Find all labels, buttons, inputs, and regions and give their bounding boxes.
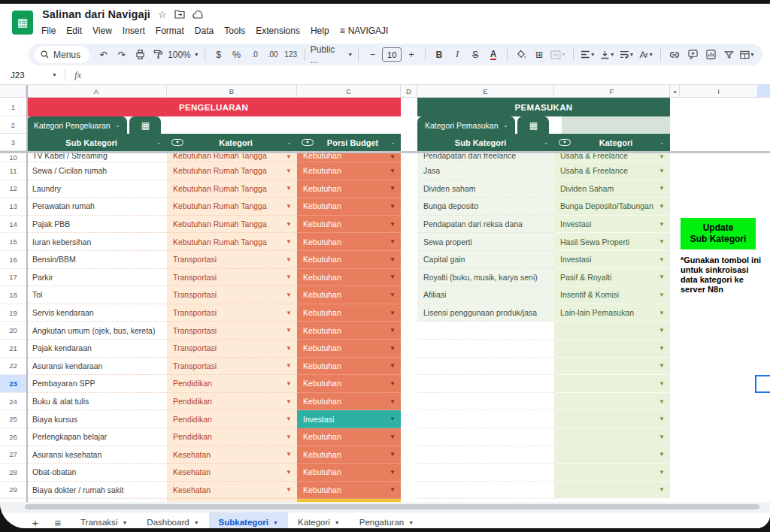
dropdown-arrow-icon[interactable]: ▼ xyxy=(390,274,401,280)
merge-cells-button[interactable]: ▼ xyxy=(549,47,568,63)
pengeluaran-row-23[interactable]: Pembayaran SPPPendidikan▼Kebutuhan▼ xyxy=(26,375,401,393)
kategori-dropdown-cell[interactable]: Pendidikan▼ xyxy=(167,410,297,428)
dropdown-arrow-icon[interactable]: ▼ xyxy=(390,398,401,405)
sub-kategori-cell[interactable]: Asuransi kesehatan xyxy=(26,446,167,464)
row-numbers[interactable]: 1011121314151617181920212223242526272829 xyxy=(0,153,26,499)
dropdown-arrow-icon[interactable]: ▼ xyxy=(659,310,670,316)
sub-kategori-cell[interactable]: Perlengkapan belajar xyxy=(26,428,167,446)
porsi-budget-dropdown-cell[interactable]: Kebutuhan▼ xyxy=(297,216,401,234)
select-all-corner[interactable] xyxy=(0,85,26,97)
pengeluaran-row-10[interactable]: TV Kabel / StreamingKebutuhan Rumah Tang… xyxy=(26,153,401,162)
filter-chip-icon[interactable] xyxy=(171,139,183,146)
sub-kategori-cell[interactable]: Tol xyxy=(26,286,167,304)
porsi-budget-dropdown-cell[interactable]: Kebutuhan▼ xyxy=(297,358,401,376)
dropdown-arrow-icon[interactable]: ▼ xyxy=(286,416,297,422)
menu-tools[interactable]: Tools xyxy=(219,23,250,38)
kategori-dropdown-cell[interactable]: Pendidikan▼ xyxy=(167,393,297,411)
porsi-budget-dropdown-cell[interactable]: Kebutuhan▼ xyxy=(297,393,401,411)
dropdown-arrow-icon[interactable]: ▼ xyxy=(390,380,401,387)
sheet-tab-subkategori[interactable]: Subkategori▼ xyxy=(209,512,288,529)
sub-kategori-cell[interactable]: Perawatan rumah xyxy=(26,198,167,216)
dropdown-arrow-icon[interactable]: ▼ xyxy=(659,168,670,174)
menu-edit[interactable]: Edit xyxy=(61,23,87,38)
kategori-dropdown-cell[interactable]: Usaha & Freelance▼ xyxy=(554,153,670,162)
kategori-dropdown-cell[interactable]: Transportasi▼ xyxy=(167,286,297,304)
kategori-dropdown-cell[interactable]: Investasi▼ xyxy=(554,251,670,269)
column-headers[interactable]: A B C D E F ◂▸ I xyxy=(0,85,770,98)
kategori-dropdown-cell[interactable]: Kebutuhan Rumah Tangga▼ xyxy=(167,180,297,198)
dropdown-arrow-icon[interactable]: ▼ xyxy=(659,185,670,192)
pemasukan-row-12[interactable]: Dividen sahamDividen Saham▼ xyxy=(417,180,670,198)
col-header-C[interactable]: C xyxy=(297,85,401,97)
dropdown-arrow-icon[interactable]: ▼ xyxy=(390,292,401,298)
pemasukan-row-13[interactable]: Bunga depositoBunga Deposito/Tabungan▼ xyxy=(417,198,670,216)
dropdown-arrow-icon[interactable]: ▼ xyxy=(286,469,297,476)
cloud-status-icon[interactable] xyxy=(192,11,204,19)
row-header-22[interactable]: 22 xyxy=(0,358,26,376)
menu-help[interactable]: Help xyxy=(305,23,335,38)
strikethrough-button[interactable]: S xyxy=(467,47,484,63)
dropdown-arrow-icon[interactable]: ▼ xyxy=(659,380,670,387)
dropdown-arrow-icon[interactable]: ▼ xyxy=(659,221,670,228)
pengeluaran-row-20[interactable]: Angkutan umum (ojek, bus, kereta)Transpo… xyxy=(26,322,401,340)
dropdown-arrow-icon[interactable]: ▼ xyxy=(286,168,297,174)
sub-kategori-cell[interactable]: Asuransi kendaraan xyxy=(26,358,167,376)
porsi-budget-dropdown-cell[interactable]: Kebutuhan▼ xyxy=(297,375,401,393)
sub-kategori-cell[interactable] xyxy=(417,393,554,411)
sheets-logo-icon[interactable]: ▦ xyxy=(12,11,33,35)
sub-kategori-cell[interactable] xyxy=(417,464,554,482)
menu-insert[interactable]: Insert xyxy=(117,23,150,38)
increase-font-button[interactable]: + xyxy=(403,47,420,63)
row-header-13[interactable]: 13 xyxy=(0,198,26,216)
pemasukan-row-15[interactable]: Sewa propertiHasil Sewa Properti▼ xyxy=(417,233,670,251)
kategori-pemasukan-dropdown[interactable]: Kategori Pemasukan⌄ xyxy=(417,116,515,134)
sub-kategori-cell[interactable]: Biaya kursus xyxy=(26,410,167,428)
pengeluaran-row-15[interactable]: Iuran kebersihanKebutuhan Rumah Tangga▼K… xyxy=(26,233,401,251)
dropdown-arrow-icon[interactable]: ▼ xyxy=(659,153,670,160)
col-header-J-partial[interactable] xyxy=(758,85,770,97)
redo-button[interactable]: ↷ xyxy=(114,47,130,63)
pengeluaran-table-body[interactable]: TV Kabel / StreamingKebutuhan Rumah Tang… xyxy=(26,153,401,502)
sub-kategori-cell[interactable] xyxy=(417,358,554,376)
zoom-control[interactable]: 100%▼ xyxy=(168,50,199,60)
porsi-budget-dropdown-cell[interactable]: Kebutuhan▼ xyxy=(297,162,401,180)
pengeluaran-row-26[interactable]: Perlengkapan belajarPendidikan▼Kebutuhan… xyxy=(26,428,401,446)
dropdown-arrow-icon[interactable]: ▼ xyxy=(659,327,670,334)
pengeluaran-row-14[interactable]: Pajak PBBKebutuhan Rumah Tangga▼Kebutuha… xyxy=(26,216,401,234)
pemasukan-table-header[interactable]: Sub Kategori⌄ Kategori⌄ xyxy=(417,134,670,151)
dropdown-arrow-icon[interactable]: ▼ xyxy=(286,345,297,352)
kategori-dropdown-cell[interactable]: Transportasi▼ xyxy=(167,251,297,269)
pemasukan-row-20[interactable]: ▼ xyxy=(417,322,670,340)
pemasukan-row-23[interactable]: ▼ xyxy=(417,375,670,393)
kategori-dropdown-cell[interactable]: ▼ xyxy=(554,322,670,340)
dropdown-arrow-icon[interactable]: ▼ xyxy=(286,203,297,210)
row-header-14[interactable]: 14 xyxy=(0,216,26,234)
pemasukan-row-29[interactable]: ▼ xyxy=(417,482,670,500)
row-header-1[interactable]: 1 xyxy=(0,98,26,116)
pengeluaran-row-25[interactable]: Biaya kursusPendidikan▼Investasi▼ xyxy=(26,410,401,428)
hidden-columns-indicator[interactable]: ◂▸ xyxy=(670,85,680,97)
row-header-15[interactable]: 15 xyxy=(0,233,26,251)
col-header-I[interactable]: I xyxy=(680,85,758,97)
row-header-25[interactable]: 25 xyxy=(0,410,26,428)
dropdown-arrow-icon[interactable]: ▼ xyxy=(286,274,297,280)
row-header-3[interactable]: 3 xyxy=(0,134,26,151)
text-color-button[interactable]: A xyxy=(485,47,502,63)
row-header-28[interactable]: 28 xyxy=(0,464,26,482)
filter-chip-icon[interactable] xyxy=(559,139,571,146)
sub-kategori-cell[interactable]: Pendapatan dari reksa dana xyxy=(417,216,554,234)
row-header-2[interactable]: 2 xyxy=(0,116,26,134)
decrease-decimals-button[interactable]: .0 xyxy=(247,47,263,63)
dropdown-arrow-icon[interactable]: ▼ xyxy=(390,203,401,210)
sub-kategori-cell[interactable]: Iuran kebersihan xyxy=(26,233,167,251)
dropdown-arrow-icon[interactable]: ▼ xyxy=(390,168,401,174)
porsi-budget-dropdown-cell[interactable]: Kebutuhan▼ xyxy=(297,233,401,251)
pengeluaran-row-12[interactable]: LaundryKebutuhan Rumah Tangga▼Kebutuhan▼ xyxy=(26,180,401,198)
sub-kategori-cell[interactable]: Servis kendaraan xyxy=(26,304,167,322)
row-header-24[interactable]: 24 xyxy=(0,393,26,411)
dropdown-arrow-icon[interactable]: ▼ xyxy=(659,203,670,210)
row-header-10[interactable]: 10 xyxy=(0,153,26,162)
dropdown-arrow-icon[interactable]: ▼ xyxy=(286,486,297,493)
dropdown-arrow-icon[interactable]: ▼ xyxy=(286,398,297,405)
row-header-11[interactable]: 11 xyxy=(0,162,26,180)
